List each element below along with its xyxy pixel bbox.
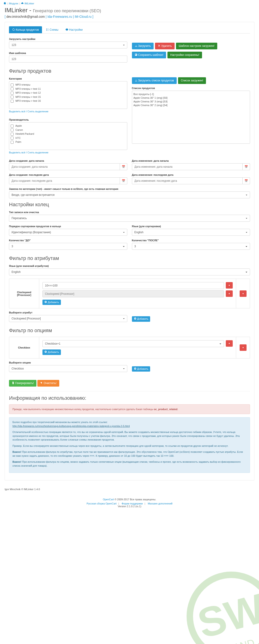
sort-lang-select[interactable]: English <box>132 229 250 236</box>
minus-icon <box>228 284 230 287</box>
minus-icon <box>228 342 230 345</box>
clear-button[interactable]: Очистить! <box>37 380 59 386</box>
count-after-select[interactable]: 3 <box>132 243 250 250</box>
footer-link-store[interactable]: Магазин дополнений <box>148 502 172 505</box>
list-item[interactable]: Apple <box>10 124 126 128</box>
attr-add-value-button[interactable]: Добавить <box>42 300 61 305</box>
category-listbox[interactable]: MP3 плееры MP3 плееры > test 11 MP3 плее… <box>9 81 127 109</box>
opt-row-label: Checkbox <box>9 337 39 358</box>
footer-link-russian[interactable]: Русская сборка OpenCart <box>86 502 116 505</box>
attr-value-remove-button[interactable] <box>226 282 233 288</box>
list-item[interactable]: Apple Cinema 30" 3 (eng) [53] <box>134 100 248 103</box>
info-link[interactable]: http://ida-freewares.ru/mnozhestvennaya-… <box>12 425 130 428</box>
breadcrumb-home[interactable] <box>4 2 6 5</box>
attr-row-remove-button[interactable] <box>240 290 246 297</box>
load-button[interactable]: Загрузить <box>132 43 154 49</box>
calendar-icon[interactable]: 📅 <box>120 163 127 170</box>
option-table: Checkbox Checkbox+1 Добавить <box>9 337 250 358</box>
date-modified-end-label: Дата изменения: последняя дата <box>132 174 250 176</box>
sort-order-select[interactable]: Идентификатор (Возрастание) <box>9 229 127 236</box>
download-icon <box>135 79 138 82</box>
calendar-icon[interactable]: 📅 <box>243 178 250 184</box>
status-template-loaded: Шаблон настроек загружен! <box>176 43 217 49</box>
tab-settings[interactable]: Настройки <box>62 26 86 33</box>
opt-add-value-button[interactable]: Добавить <box>42 350 61 355</box>
list-item[interactable]: Apple Cinema 30" 1 (eng) [50] <box>134 96 248 100</box>
opt-row-remove-button[interactable] <box>240 344 246 351</box>
product-listbox[interactable]: Все продукты [-1]Apple Cinema 30" 1 (eng… <box>132 91 250 144</box>
eraser-icon <box>40 382 43 384</box>
attr-value-remove-button[interactable] <box>226 290 233 297</box>
opt-value-select[interactable]: Checkbox+1 <box>42 340 224 347</box>
cloud-icon <box>21 2 24 4</box>
date-modified-start-input[interactable] <box>132 163 243 170</box>
count-before-select[interactable]: 3 <box>9 243 127 250</box>
list-item[interactable]: MP3 плееры > test 11 <box>10 87 126 91</box>
sort-lang-label: Язык (для сортировки) <box>132 225 250 228</box>
template-name-input[interactable] <box>9 56 127 62</box>
link-ida[interactable]: Ida-Freewares.ru <box>48 15 72 18</box>
list-item[interactable]: Canon <box>10 128 126 132</box>
replace-category-select[interactable]: Везде, где категория встречается <box>9 192 250 198</box>
breadcrumb-modules[interactable]: Модули <box>9 2 18 5</box>
add-opt-button[interactable]: Добавить <box>132 366 150 372</box>
load-product-list-button[interactable]: Загрузить список продуктов <box>132 77 177 84</box>
list-item[interactable]: MP3 плееры > test 15 <box>10 95 126 99</box>
home-icon <box>4 2 6 4</box>
breadcrumb: :: Модули :: IMLinker <box>0 0 259 7</box>
svg-rect-1 <box>229 285 230 286</box>
record-type-select[interactable]: Перезапись <box>9 215 250 222</box>
select-attr-select[interactable]: Clockspeed [Processor] <box>9 315 127 322</box>
date-modified-end-input[interactable] <box>132 178 243 184</box>
page-title: IMLinker - Генератор сео перелинковки (S… <box>4 7 254 14</box>
manufacturer-listbox[interactable]: Apple Canon Hewlett-Packard HTC Palm <box>9 122 127 150</box>
generate-button[interactable]: Генерировать! <box>9 380 36 386</box>
select-opt-select[interactable]: Checkbox <box>9 365 127 372</box>
date-created-end-input[interactable] <box>9 178 120 184</box>
status-list-loaded: Список загружен! <box>178 77 206 84</box>
status-settings-saved: Настройки сохранены! <box>168 52 202 58</box>
list-item[interactable]: Palm <box>10 140 126 144</box>
refresh-icon <box>12 28 15 31</box>
gear-icon <box>66 28 68 31</box>
breadcrumb-imlinker[interactable]: IMLinker <box>24 2 34 5</box>
plus-icon <box>44 350 47 353</box>
list-item[interactable]: MP3 плееры > test 16 <box>10 99 126 103</box>
add-attr-button[interactable]: Добавить <box>132 316 150 322</box>
date-modified-start-label: Дата изменения: дата начала <box>132 160 250 162</box>
footer-opencart-link[interactable]: OpenCart <box>103 498 114 501</box>
attr-value-input-1[interactable] <box>42 282 224 289</box>
close-icon <box>158 44 160 47</box>
load-settings-select[interactable]: 123 <box>9 42 127 48</box>
attr-lang-select[interactable]: English <box>9 268 250 276</box>
svg-rect-9 <box>229 344 230 344</box>
plus-icon <box>44 300 47 303</box>
list-item[interactable]: Apple Cinema 30" 2 (eng) [54] <box>134 103 248 107</box>
product-list-label: Список продуктов <box>132 87 250 90</box>
tab-schemes[interactable]: Схемы <box>43 26 62 33</box>
save-template-button[interactable]: Сохранить шаблон! <box>132 52 166 58</box>
category-toggle-all[interactable]: Выделить всё / Снять выделение <box>9 110 48 113</box>
list-item[interactable]: Hewlett-Packard <box>10 132 126 136</box>
svg-rect-6 <box>243 294 243 294</box>
link-imcloud[interactable]: IM-Cloud.ru <box>75 15 92 18</box>
footer-version: Version 2.1.0.2 (rs.1) <box>4 505 254 508</box>
page-header: IMLinker - Генератор сео перелинковки (S… <box>0 7 259 22</box>
list-item[interactable]: MP3 плееры > test 12 <box>10 91 126 95</box>
list-item[interactable]: MP3 плееры <box>10 83 126 87</box>
date-created-start-input[interactable] <box>9 163 120 170</box>
list-icon <box>46 28 49 31</box>
manufacturer-toggle-all[interactable]: Выделить всё / Снять выделение <box>9 151 48 154</box>
list-item[interactable]: HTC <box>10 136 126 140</box>
footer-link-forum[interactable]: Форум поддержки <box>122 502 143 505</box>
category-label: Категория <box>9 77 127 80</box>
list-item[interactable]: Все продукты [-1] <box>134 92 248 96</box>
calendar-icon[interactable]: 📅 <box>120 178 127 184</box>
attr-row-label: Clockspeed [Processor] <box>9 279 39 308</box>
opt-value-remove-button[interactable] <box>226 340 233 347</box>
count-before-label: Количество "ДО" <box>9 239 127 242</box>
calendar-icon[interactable]: 📅 <box>243 163 250 170</box>
delete-button[interactable]: Удалить <box>155 43 174 49</box>
tab-rings[interactable]: Кольца продуктов <box>9 26 42 33</box>
attr-value-input-2[interactable] <box>42 290 224 297</box>
